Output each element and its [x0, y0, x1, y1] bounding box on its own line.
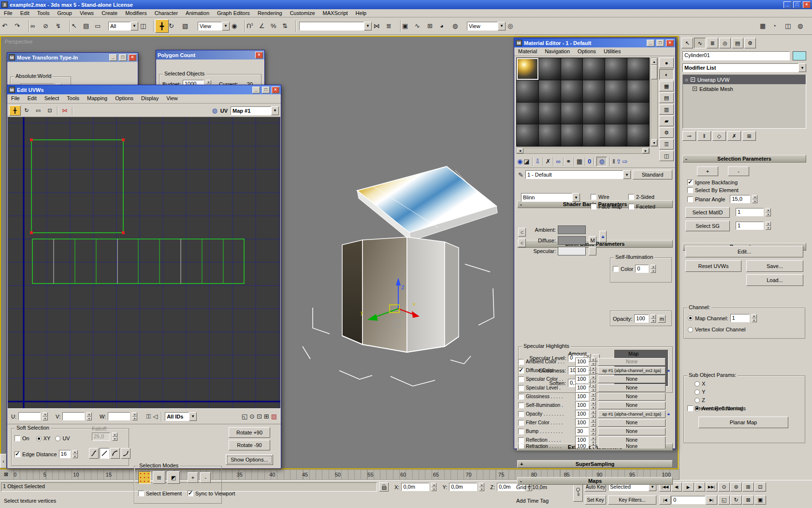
scroll-down-icon[interactable]: ▼ — [651, 139, 657, 146]
put-to-library-icon[interactable]: ▦ — [577, 158, 582, 165]
set-key-button[interactable]: Set Key — [585, 495, 606, 505]
schematic-view-icon[interactable]: ⊞ — [427, 22, 440, 30]
tab-create[interactable]: ↖ — [682, 38, 693, 48]
sample-slot[interactable] — [627, 103, 649, 124]
map-checkbox[interactable] — [518, 411, 524, 417]
map-channel-radio[interactable] — [688, 315, 693, 321]
map-checkbox[interactable] — [518, 437, 524, 443]
maximize-button[interactable]: □ — [656, 40, 664, 46]
map-checkbox[interactable] — [518, 403, 524, 408]
select-rotate-icon[interactable]: ↻ — [169, 22, 182, 30]
menu-edit[interactable]: Edit — [20, 10, 29, 16]
face-map-checkbox[interactable] — [591, 204, 596, 209]
diffuse-specular-lock-button[interactable]: ⊂ — [518, 239, 526, 247]
close-button[interactable]: × — [803, 1, 811, 8]
selection-lock-button[interactable] — [379, 482, 389, 492]
maximize-button[interactable]: □ — [262, 87, 270, 93]
modifier-list-dropdown[interactable]: Modifier List▼ — [682, 63, 806, 72]
self-illum-spinner[interactable]: ▲▼ — [651, 265, 656, 273]
percent-snap-icon[interactable]: % — [271, 22, 282, 30]
color-lock-button[interactable]: 🔒︎ — [599, 231, 607, 242]
reference-coord-dropdown[interactable]: View▼ — [198, 22, 230, 30]
absolute-offset-icon[interactable]: ◁ — [153, 413, 158, 420]
map-amount-spinner[interactable]: ▲▼ — [591, 384, 596, 392]
menu-animation[interactable]: Animation — [186, 10, 209, 16]
u-field[interactable] — [18, 412, 41, 420]
rotate-minus90-button[interactable]: Rotate -90 — [229, 440, 270, 450]
toolbar-extra4-icon[interactable]: ◍ — [798, 22, 810, 30]
unlink-icon[interactable]: ⊘ — [43, 22, 56, 30]
map-amount-spinner[interactable]: ▲▼ — [591, 410, 596, 418]
sample-slot[interactable] — [627, 80, 649, 102]
material-editor-icon[interactable]: ◕ — [440, 22, 452, 30]
select-object-icon[interactable]: ↖ — [72, 22, 83, 30]
map-checkbox[interactable] — [518, 368, 524, 374]
sample-slot[interactable] — [561, 80, 583, 102]
prev-frame-button[interactable]: ◀| — [671, 482, 682, 492]
sample-slot[interactable] — [605, 80, 627, 102]
zoom-region-icon[interactable]: ⊡ — [257, 413, 262, 420]
matid-spinner[interactable]: ▲▼ — [766, 208, 771, 216]
map-checkbox[interactable] — [518, 359, 524, 365]
edge-distance-field[interactable]: 16 — [59, 450, 71, 458]
x-coord-field[interactable]: 0,0m — [401, 483, 429, 491]
toolbar-extra3-icon[interactable]: ◫ — [785, 22, 798, 30]
prevent-reflattening-checkbox[interactable] — [687, 405, 693, 411]
map-checkbox[interactable] — [518, 429, 524, 434]
map-lock-icon[interactable]: 🔒︎ — [667, 411, 670, 417]
sample-slot[interactable] — [605, 58, 627, 80]
snap-icon[interactable]: ▨ — [271, 413, 277, 420]
layer-manager-icon[interactable]: ▣ — [402, 22, 415, 30]
menu-mapping[interactable]: Mapping — [87, 95, 107, 102]
minimize-button[interactable]: _ — [647, 40, 654, 46]
zoom-region-icon[interactable]: ⊡ — [754, 482, 766, 492]
menu-modifiers[interactable]: Modifiers — [125, 10, 147, 16]
sample-slot[interactable] — [627, 124, 649, 146]
map-amount-field[interactable]: 100 — [575, 401, 589, 409]
maps-rollout[interactable]: -Maps — [517, 477, 673, 485]
sample-slot[interactable] — [517, 103, 538, 124]
background-button[interactable]: ▦ — [659, 81, 674, 91]
snap-toggle-icon[interactable]: U3 — [246, 22, 259, 30]
map-button[interactable]: None — [598, 419, 666, 427]
shader-dropdown[interactable]: Blinn▼ — [521, 193, 580, 202]
grow-selection-button[interactable]: + — [697, 166, 718, 176]
menu-display[interactable]: Display — [141, 95, 159, 102]
map-channel-spinner[interactable]: ▲▼ — [752, 314, 757, 322]
map-amount-spinner[interactable]: ▲▼ — [591, 427, 596, 435]
expand-icon[interactable]: + — [691, 77, 695, 82]
zoom-extents-icon[interactable]: ⊞ — [742, 482, 754, 492]
material-id-channel-icon[interactable]: 0 — [588, 158, 591, 165]
uv-move-button[interactable]: ╋ — [9, 105, 21, 116]
map-amount-spinner[interactable]: ▲▼ — [591, 358, 596, 366]
menu-tools[interactable]: Tools — [67, 95, 79, 102]
edit-uvws-titlebar[interactable]: MEdit UVWs _ □ × — [7, 85, 281, 94]
sample-tiling-button[interactable]: ▤ — [659, 92, 674, 103]
redo-icon[interactable]: ↷ — [14, 22, 27, 30]
falloff-smooth-button[interactable] — [89, 448, 99, 459]
ambient-swatch[interactable] — [558, 225, 586, 234]
w-spinner[interactable]: ▲▼ — [132, 412, 137, 420]
minimize-button[interactable]: _ — [783, 1, 791, 8]
options-button[interactable]: ⚙ — [659, 127, 674, 138]
assign-to-selection-icon[interactable]: ⇩ — [535, 158, 540, 165]
menu-graph-editors[interactable]: Graph Editors — [217, 10, 250, 16]
self-illum-field[interactable]: 0 — [635, 265, 649, 273]
pan-icon[interactable]: ◱ — [718, 495, 730, 505]
material-type-button[interactable]: Standard — [633, 170, 672, 179]
map-amount-field[interactable]: 100 — [575, 436, 589, 444]
play-button[interactable]: ▶ — [682, 482, 694, 492]
backlight-button[interactable]: ◐ — [659, 69, 674, 80]
uv-scale-button[interactable]: ▭ — [32, 105, 44, 116]
diffuse-swatch[interactable] — [558, 236, 586, 245]
map-amount-field[interactable]: 100 — [575, 444, 589, 448]
select-sg-button[interactable]: Select SG — [685, 221, 730, 231]
get-material-icon[interactable]: ◉ — [517, 158, 522, 165]
y-coord-field[interactable]: 0,0m — [449, 483, 477, 491]
planar-map-button[interactable]: Planar Map — [698, 417, 788, 428]
menu-file[interactable]: File — [4, 10, 13, 16]
diffuse-map-button[interactable]: M — [589, 236, 596, 245]
select-element-checkbox[interactable] — [138, 491, 144, 496]
selection-filter-dropdown[interactable]: All▼ — [108, 22, 138, 30]
sg-field[interactable]: 1 — [736, 222, 764, 230]
